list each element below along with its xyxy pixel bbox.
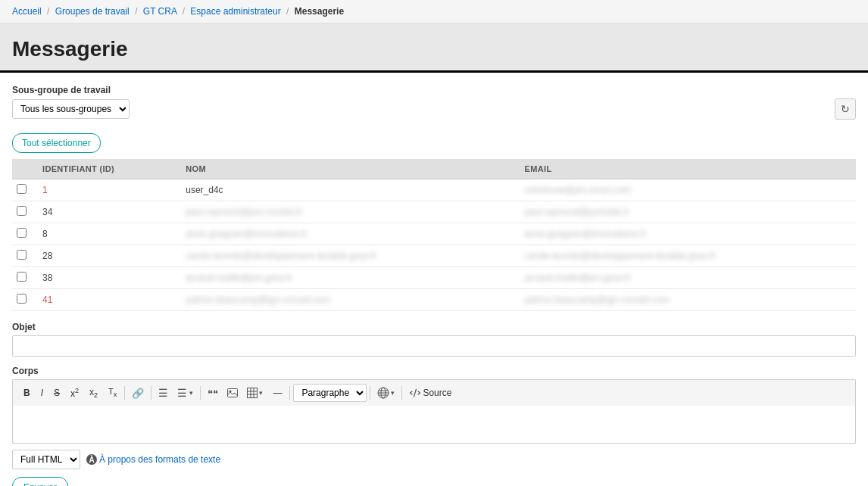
objet-input[interactable] [12,335,856,357]
format-info-text[interactable]: À propos des formats de texte [99,454,220,465]
row-checkbox[interactable] [17,250,27,260]
nom-blurred: carole.leconte@developpement-durable.gou… [186,251,376,261]
page-title: Messagerie [12,37,856,61]
breadcrumb-item-gtcra[interactable]: GT CRA [143,6,176,17]
image-button[interactable] [223,386,242,400]
row-checkbox[interactable] [17,228,27,238]
svg-line-12 [414,389,417,397]
breadcrumb-item-accueil[interactable]: Accueil [12,6,42,17]
objet-section: Objet [12,322,856,357]
editor-body[interactable] [12,406,856,444]
sep-6 [401,386,402,400]
col-nom: NOM [178,159,517,179]
page-header: Messagerie [0,23,868,73]
source-icon [410,388,420,398]
italic-button[interactable]: I [36,385,48,400]
cell-nom: anne.gueguen@innovations.fr [178,223,517,245]
objet-label: Objet [12,322,856,332]
sep-1 [124,386,125,400]
remove-format-button[interactable]: Tx [104,385,121,400]
col-email: EMAIL [517,159,856,179]
breadcrumb-sep-4: / [286,6,289,17]
html-format-select[interactable]: Full HTML [12,450,80,469]
subscript-button[interactable]: x2 [85,385,102,401]
sep-2 [151,386,151,400]
email-blurred: patrice.beaucamp@ign-conseil.com [525,294,670,305]
sep-3 [200,386,201,400]
email-blurred: paul.raymond@portside.fr [525,207,629,217]
breadcrumb: Accueil / Groupes de travail / GT CRA / … [0,0,868,23]
nom-blurred: arnaud.maille@pm.gouv.fr [186,273,292,283]
filter-row: Tous les sous-groupes ↻ [12,98,856,120]
id-link[interactable]: 1 [42,185,48,195]
format-select-toolbar[interactable]: Paragraphe [293,384,367,402]
cell-id: 8 [35,223,178,245]
email-blurred: arnaud.maille@pm.gouv.fr [525,273,631,283]
source-label: Source [423,388,451,398]
select-all-button[interactable]: Tout sélectionner [12,133,101,153]
col-id: IDENTIFIANT (ID) [35,159,178,179]
lang-button[interactable]: ▾ [373,385,398,401]
superscript-button[interactable]: x2 [66,385,83,401]
table-row: 38arnaud.maille@pm.gouv.frarnaud.maille@… [12,267,856,289]
breadcrumb-item-messagerie: Messagerie [295,6,344,17]
list-ol-chevron: ▾ [189,389,193,397]
row-checkbox[interactable] [17,272,27,282]
list-ul-button[interactable]: ☰ [155,385,172,401]
cell-email: patrice.beaucamp@ign-conseil.com [517,289,856,311]
cell-id: 34 [35,201,178,223]
row-checkbox[interactable] [17,206,27,216]
table-icon [247,388,258,398]
breadcrumb-item-espace[interactable]: Espace administrateur [190,6,280,17]
users-table: IDENTIFIANT (ID) NOM EMAIL 1user_d4ccomm… [12,159,856,311]
strikethrough-button[interactable]: S [49,385,64,400]
cell-email: carole.leconte@developpement-durable.gou… [517,245,856,267]
table-row: 28carole.leconte@developpement-durable.g… [12,245,856,267]
sous-groupe-select[interactable]: Tous les sous-groupes [12,99,130,119]
cell-id: 28 [35,245,178,267]
table-row: 41patrice.beaucamp@ign-conseil.compatric… [12,289,856,311]
cell-nom: paul.raymond@pro-monde.fr [178,201,517,223]
cell-id: 41 [35,289,178,311]
row-checkbox[interactable] [17,294,27,304]
filter-section: Sous-groupe de travail Tous les sous-gro… [12,85,856,120]
refresh-button[interactable]: ↻ [835,98,856,120]
list-ol-button[interactable]: ☰ ▾ [173,385,197,401]
list-ol-icon: ☰ [177,387,187,399]
cell-email: paul.raymond@portside.fr [517,201,856,223]
email-blurred: anne.gueguen@innovations.fr [525,229,646,239]
svg-rect-2 [248,388,258,398]
cell-email: anne.gueguen@innovations.fr [517,223,856,245]
hr-button[interactable]: — [268,385,286,400]
breadcrumb-item-groupes[interactable]: Groupes de travail [55,6,130,17]
bold-button[interactable]: B [19,385,35,400]
email-blurred: carole.leconte@developpement-durable.gou… [525,251,716,261]
table-button[interactable]: ▾ [243,385,267,400]
source-button[interactable]: Source [405,385,456,400]
cell-email: arnaud.maille@pm.gouv.fr [517,267,856,289]
id-link[interactable]: 41 [42,294,52,305]
table-row: 1user_d4ccommune@pm.smuri.com [12,179,856,201]
nom-blurred: patrice.beaucamp@ign-conseil.com [186,294,330,305]
blockquote-button[interactable]: ❝❝ [204,385,222,401]
main-content: Sous-groupe de travail Tous les sous-gro… [0,73,868,486]
email-blurred: commune@pm.smuri.com [525,185,631,195]
link-button[interactable]: 🔗 [128,385,148,401]
table-row: 8anne.gueguen@innovations.franne.gueguen… [12,223,856,245]
lang-chevron: ▾ [391,389,395,397]
cell-email: commune@pm.smuri.com [517,179,856,201]
editor-toolbar: B I S x2 x2 Tx 🔗 ☰ ☰ ▾ ❝❝ [12,379,856,406]
nom-blurred: anne.gueguen@innovations.fr [186,229,307,239]
table-chevron: ▾ [259,389,263,397]
table-row: 34paul.raymond@pro-monde.frpaul.raymond@… [12,201,856,223]
cell-nom: arnaud.maille@pm.gouv.fr [178,267,517,289]
corps-section: Corps B I S x2 x2 Tx 🔗 ☰ ☰ ▾ ❝❝ [12,366,856,444]
cell-id: 38 [35,267,178,289]
table-header-row: IDENTIFIANT (ID) NOM EMAIL [12,159,856,179]
corps-label: Corps [12,366,856,376]
row-checkbox[interactable] [17,184,27,194]
sep-5 [370,386,370,400]
envoyer-button[interactable]: Envoyer [12,477,68,486]
breadcrumb-sep-1: / [47,6,49,17]
refresh-icon: ↻ [841,103,850,115]
